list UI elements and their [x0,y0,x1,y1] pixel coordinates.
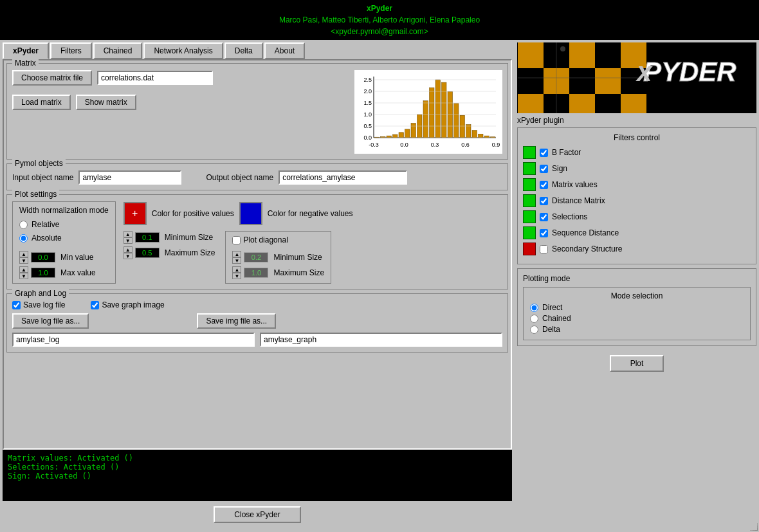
diag-min-down[interactable]: ▼ [232,257,241,264]
min-value-label: Min value [60,253,93,262]
output-object-field[interactable] [279,170,407,185]
output-object-label: Output object name [206,173,273,182]
save-graph-checkbox[interactable] [91,301,99,309]
matrix-group: Matrix Choose matrix file Load matrix Sh… [6,63,508,160]
matrix-values-checkbox[interactable] [540,181,548,189]
bfactor-label: B Factor [552,148,581,157]
absolute-radio[interactable] [19,234,28,243]
filter-sign: Sign [523,162,751,175]
tab-about[interactable]: About [264,42,305,59]
sign-color-swatch [523,162,536,175]
max-value-up-arrow[interactable]: ▲ [19,266,28,273]
filters-control-title: Filters control [523,133,751,142]
min-value-up-arrow[interactable]: ▲ [19,251,28,257]
plot-btn-area: Plot [517,355,756,372]
secondary-structure-label: Secondary Structure [552,244,622,253]
app-authors: Marco Pasi, Matteo Tiberti, Alberto Arri… [0,14,759,26]
plot-settings-title: Plot settings [12,190,59,199]
tab-network-analysis[interactable]: Network Analysis [143,42,223,59]
direct-radio[interactable] [530,304,538,312]
min-size-arrows[interactable]: ▲ ▼ [123,231,133,244]
svg-text:PYDER: PYDER [643,57,736,87]
save-img-btn[interactable]: Save img file as... [197,313,276,329]
log-filename-input[interactable] [12,333,255,347]
max-size-down[interactable]: ▼ [123,253,133,259]
pymol-objects-group: Pymol objects Input object name Output o… [6,163,508,190]
mode-selection-box: Mode selection Direct Chained Delta [523,287,751,340]
min-value-arrows[interactable]: ▲ ▼ [19,251,28,264]
width-norm-title: Width normalization mode [19,206,109,215]
svg-rect-1 [518,42,544,68]
app-email: <xpyder.pymol@gmail.com> [0,26,759,37]
tab-delta[interactable]: Delta [224,42,263,59]
secondary-structure-color-swatch [523,243,536,255]
diag-min-up[interactable]: ▲ [232,251,241,257]
direct-label: Direct [542,303,562,312]
plotting-mode-panel: Plotting mode Mode selection Direct Chai… [517,268,756,346]
negative-color-box[interactable] [239,202,262,225]
bfactor-checkbox[interactable] [540,149,548,157]
filter-distance-matrix: Distance Matrix [523,194,751,207]
max-value-down-arrow[interactable]: ▼ [19,273,28,279]
diag-min-arrows[interactable]: ▲ ▼ [232,251,241,264]
console-output: Matrix values: Activated () Selections: … [3,450,512,501]
filters-control-panel: Filters control B Factor Sign Matrix val… [517,127,756,264]
min-value-display: 0.0 [31,252,55,262]
min-value-down-arrow[interactable]: ▼ [19,257,28,264]
max-size-up[interactable]: ▲ [123,246,133,253]
sign-checkbox[interactable] [540,165,548,173]
tab-filters[interactable]: Filters [50,42,92,59]
max-size-arrows[interactable]: ▲ ▼ [123,246,133,259]
logo-svg: PYDER PYDER x [518,42,756,113]
show-matrix-btn[interactable]: Show matrix [76,95,136,110]
pymol-objects-title: Pymol objects [12,159,66,168]
maximum-size-label-1: Maximum Size [165,248,215,257]
secondary-structure-checkbox[interactable] [540,245,548,253]
sequence-distance-checkbox[interactable] [540,229,548,237]
plot-diagonal-checkbox[interactable] [232,236,241,244]
save-log-btn[interactable]: Save log file as... [12,313,89,329]
content-area: Matrix Choose matrix file Load matrix Sh… [3,59,512,450]
tab-xpyder[interactable]: xPyder [3,42,49,59]
svg-rect-6 [518,94,544,113]
diag-max-down[interactable]: ▼ [232,273,241,279]
histogram-canvas [354,70,502,154]
tab-chained[interactable]: Chained [93,42,143,59]
diag-max-up[interactable]: ▲ [232,266,241,273]
plot-btn[interactable]: Plot [610,355,664,372]
chained-label: Chained [542,314,571,323]
resize-handle[interactable] [750,523,758,531]
matrix-file-input[interactable] [97,71,213,85]
chained-radio[interactable] [530,315,538,323]
svg-text:x: x [636,57,653,87]
save-log-label: Save log file [23,300,65,309]
negative-color-label: Color for negative values [268,209,353,218]
minimum-size-label-1: Minimum Size [165,233,213,242]
close-xpyder-btn[interactable]: Close xPyder [214,506,300,523]
graph-filename-input[interactable] [260,333,502,347]
input-object-field[interactable] [78,170,181,185]
save-log-checkbox[interactable] [12,301,21,309]
max-value-arrows[interactable]: ▲ ▼ [19,266,28,279]
distance-matrix-label: Distance Matrix [552,196,605,205]
distance-matrix-checkbox[interactable] [540,197,548,205]
mode-selection-title: Mode selection [530,291,744,300]
delta-label: Delta [542,325,560,334]
positive-color-box[interactable]: + [123,202,147,225]
relative-radio[interactable] [19,221,28,229]
load-matrix-btn[interactable]: Load matrix [12,95,71,110]
choose-matrix-btn[interactable]: Choose matrix file [12,70,92,86]
logo-area: PYDER PYDER x [517,42,756,113]
delta-radio[interactable] [530,326,538,334]
bfactor-color-swatch [523,146,536,159]
min-size-down[interactable]: ▼ [123,237,133,244]
diag-max-arrows[interactable]: ▲ ▼ [232,266,241,279]
selections-label: Selections [552,212,587,221]
console-line-1: Matrix values: Activated () [8,454,507,463]
filter-sequence-distance: Sequence Distance [523,226,751,239]
relative-label: Relative [32,220,59,229]
plot-settings-group: Plot settings Width normalization mode R… [6,194,508,289]
selections-checkbox[interactable] [540,213,548,221]
matrix-values-color-swatch [523,178,536,191]
min-size-up[interactable]: ▲ [123,231,133,237]
